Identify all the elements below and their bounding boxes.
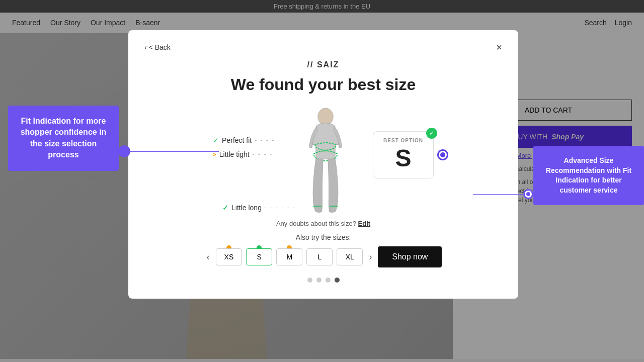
fit-dashes-2: - - - - (253, 151, 273, 158)
modal-title: We found your best size (144, 75, 502, 94)
fit-indicators: ✓ Perfect fit - - - - » Little tight - -… (213, 106, 278, 158)
shop-now-button[interactable]: Shop now (378, 246, 442, 267)
best-option-size: S (383, 145, 423, 172)
fit-tight-label: Little tight (219, 150, 250, 158)
callout-left: Fit Indication for more shopper confiden… (8, 106, 119, 171)
back-button[interactable]: ‹ < Back (144, 43, 171, 51)
page-dot-1[interactable] (307, 278, 312, 283)
recommendation-modal: ‹ < Back × // SAIZ We found your best si… (128, 30, 518, 299)
best-option-checkmark: ✓ (426, 128, 437, 139)
prev-size-button[interactable]: ‹ (205, 252, 212, 262)
close-button[interactable]: × (496, 42, 502, 52)
any-doubts-section: Any doubts about this size? Edit (144, 220, 502, 227)
modal-header: ‹ < Back × (144, 42, 502, 52)
little-long-label: Little long (231, 204, 262, 212)
best-option-card: BEST OPTION ✓ S (373, 131, 434, 178)
saiz-logo: // SAIZ (144, 60, 502, 69)
figure-container (290, 106, 361, 219)
connector-circle (437, 149, 448, 160)
fit-perfect-label: Perfect fit (222, 136, 252, 144)
connector-circle-inner (440, 152, 445, 157)
next-size-button[interactable]: › (367, 252, 374, 262)
little-long-row: ✓ Little long - - - - - - (222, 204, 502, 212)
size-m-button[interactable]: M (276, 248, 302, 265)
connector-line-left (130, 151, 219, 152)
body-figure (290, 106, 361, 217)
checkmark-icon: ✓ (213, 136, 219, 144)
fit-dashes-1: - - - - (255, 137, 275, 144)
size-s-container: S (246, 248, 272, 265)
page-dot-2[interactable] (316, 278, 321, 283)
also-try-label: Also try the sizes: (144, 233, 502, 241)
connector-dot-left (118, 145, 130, 157)
size-l-button[interactable]: L (306, 248, 333, 265)
fit-item-tight: » Little tight - - - - (213, 150, 278, 158)
any-doubts-text: Any doubts about this size? (276, 220, 356, 227)
size-xs-container: XS (216, 248, 243, 265)
size-selector-row: ‹ XS S M L XL › Shop now (144, 246, 502, 267)
callout-right-text: Advanced Size Recommendation with Fit In… (546, 156, 631, 194)
callout-left-text: Fit Indication for more shopper confiden… (21, 117, 107, 159)
connector-dot-right (523, 189, 533, 199)
chevron-left-icon: ‹ (144, 43, 147, 51)
callout-right: Advanced Size Recommendation with Fit In… (533, 146, 644, 205)
best-option-label: BEST OPTION (383, 138, 423, 143)
page-dot-3[interactable] (326, 278, 331, 283)
size-xl-button[interactable]: XL (337, 248, 363, 265)
modal-body: ✓ Perfect fit - - - - » Little tight - -… (144, 106, 502, 219)
size-xs-button[interactable]: XS (216, 248, 243, 265)
connector-right (473, 194, 533, 195)
double-arrow-icon: » (213, 151, 216, 158)
fit-item-perfect: ✓ Perfect fit - - - - (213, 136, 278, 144)
edit-link[interactable]: Edit (358, 220, 371, 227)
connector-line-right (473, 194, 523, 195)
size-m-container: M (276, 248, 302, 265)
pagination (144, 278, 502, 283)
size-s-button[interactable]: S (246, 248, 272, 265)
chevron-down-icon: ✓ (222, 204, 228, 212)
page-dot-4-active[interactable] (335, 278, 340, 283)
best-option-section: BEST OPTION ✓ S (373, 106, 434, 178)
connector-dot-inner (526, 192, 530, 196)
connector-left (118, 151, 219, 152)
close-icon: × (496, 42, 502, 53)
back-label: < Back (149, 43, 171, 51)
